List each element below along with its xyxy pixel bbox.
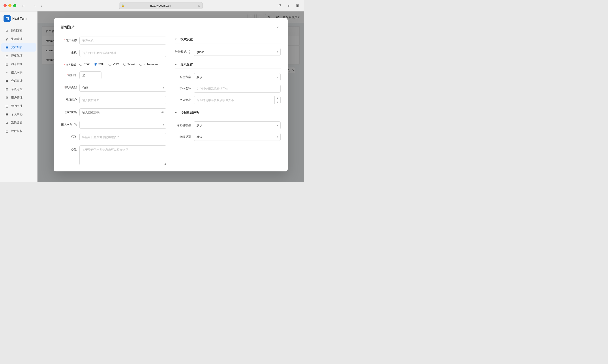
font-name-input[interactable] <box>194 85 281 92</box>
sidebar-item-label-auth-credentials: 授权凭证 <box>11 54 23 58</box>
font-size-stepper-arrows: ▲ ▼ <box>275 96 281 104</box>
auth-account-input[interactable] <box>79 96 166 104</box>
content-area: ☰ ＋ ↻ 🗑 超级管理员 ▾ 资产名称 主机 协议 标签 创建时间 <box>38 12 304 182</box>
color-scheme-wrapper: 默认 ▾ <box>194 73 281 81</box>
protocol-row: *接入协议 RDP SSH VNC <box>61 61 166 67</box>
sidebar-item-system-settings[interactable]: ⚙ 系统设置 <box>1 118 36 127</box>
terminal-type-wrapper: 默认 ▾ <box>194 133 281 141</box>
protocol-telnet[interactable]: Telnet <box>123 63 135 66</box>
sidebar-item-assets[interactable]: ▣ 资产列表 <box>1 43 36 52</box>
terminal-section-toggle[interactable]: ▾ <box>175 111 179 115</box>
notes-textarea[interactable] <box>79 145 166 165</box>
sidebar-item-label-personal-center: 个人中心 <box>11 112 23 116</box>
sidebar-item-resources[interactable]: ◎ 资源管理 <box>1 35 36 43</box>
sidebar-item-personal-center[interactable]: ▣ 个人中心 <box>1 110 36 118</box>
sidebar: ◫ Next Term ⊙ 控制面板 ◎ 资源管理 ▣ 资产列表 ▤ 授权凭证 … <box>0 12 38 182</box>
required-star: * <box>64 39 65 42</box>
display-section-label: 显示设置 <box>180 63 193 67</box>
protocol-ssh[interactable]: SSH <box>94 63 104 66</box>
sidebar-item-my-files[interactable]: ▢ 我的文件 <box>1 102 36 110</box>
port-input[interactable] <box>79 71 101 79</box>
protocol-vnc[interactable]: VNC <box>109 63 119 66</box>
back-button[interactable]: ‹ <box>32 3 38 9</box>
password-eye-icon[interactable]: 👁 <box>161 111 164 114</box>
sidebar-item-system-ops[interactable]: ▤ 系统运维 <box>1 85 36 93</box>
dynamic-commands-icon: ▤ <box>5 62 9 66</box>
connection-mode-wrapper: guacd local ▾ <box>194 48 281 56</box>
mac-titlebar: ⊟ ‹ › 🔒 next.typesafe.cn ↻ ⎙ ＋ ⊞ <box>0 0 304 12</box>
account-type-select[interactable]: 密码 密钥 无 <box>79 84 166 92</box>
terminal-section-header: ▾ 控制终端行为 <box>175 110 281 117</box>
sidebar-item-session-audit[interactable]: ▣ 会话审计 <box>1 77 36 85</box>
refresh-button[interactable]: ↻ <box>198 4 200 8</box>
sidebar-item-label-resources: 资源管理 <box>11 37 23 41</box>
color-scheme-row: 配色方案 默认 ▾ <box>175 73 281 81</box>
sidebar-item-software-license[interactable]: ▢ 软件授权 <box>1 127 36 135</box>
gateway-icon: ⌁ <box>5 71 9 74</box>
protocol-kubernetes[interactable]: Kubernetes <box>139 63 158 66</box>
system-ops-icon: ▤ <box>5 88 9 91</box>
sidebar-toggle-button[interactable]: ⊟ <box>20 3 27 9</box>
backspace-label: 退格键映射 <box>175 123 191 127</box>
font-size-up-button[interactable]: ▲ <box>275 96 281 100</box>
auth-credentials-icon: ▤ <box>5 54 9 57</box>
main-layout: ◫ Next Term ⊙ 控制面板 ◎ 资源管理 ▣ 资产列表 ▤ 授权凭证 … <box>0 12 304 182</box>
notes-row: 备注 <box>61 145 166 165</box>
protocol-label: *接入协议 <box>61 61 77 67</box>
new-tab-button[interactable]: ＋ <box>286 3 292 9</box>
terminal-section-label: 控制终端行为 <box>180 111 199 115</box>
sidebar-item-user-management[interactable]: ⚇ 用户管理 <box>1 93 36 102</box>
asset-name-input[interactable] <box>79 37 166 44</box>
font-size-input[interactable] <box>194 96 281 104</box>
font-size-down-button[interactable]: ▼ <box>275 100 281 104</box>
display-section-toggle[interactable]: ▾ <box>175 63 179 66</box>
sidebar-item-auth-credentials[interactable]: ▤ 授权凭证 <box>1 52 36 60</box>
sidebar-item-label-system-settings: 系统设置 <box>11 121 23 125</box>
nav-buttons: ‹ › <box>32 3 45 9</box>
sidebar-item-label-user-management: 用户管理 <box>11 96 23 100</box>
color-scheme-label: 配色方案 <box>175 75 191 79</box>
mode-section-toggle[interactable]: ▾ <box>175 38 179 41</box>
system-settings-icon: ⚙ <box>5 121 9 125</box>
sidebar-item-label-my-files: 我的文件 <box>11 104 23 108</box>
auth-password-input[interactable] <box>79 108 166 116</box>
maximize-window-button[interactable] <box>13 4 16 7</box>
account-type-row: *账户类型 密码 密钥 无 ▾ <box>61 84 166 92</box>
close-window-button[interactable] <box>3 4 7 7</box>
logo-icon: ◫ <box>3 15 11 22</box>
session-audit-icon: ▣ <box>5 79 9 83</box>
sidebar-logo: ◫ Next Term <box>0 15 37 26</box>
sidebar-item-dashboard[interactable]: ⊙ 控制面板 <box>1 26 36 35</box>
modal-header: 新增资产 × <box>61 24 281 30</box>
auth-account-label: 授权账户 <box>61 96 77 102</box>
forward-button[interactable]: › <box>39 3 45 9</box>
color-scheme-select[interactable]: 默认 <box>194 73 281 81</box>
software-license-icon: ▢ <box>5 129 9 133</box>
tags-input[interactable] <box>79 133 166 141</box>
grid-button[interactable]: ⊞ <box>294 3 301 9</box>
sidebar-item-label-assets: 资产列表 <box>11 45 23 49</box>
sidebar-item-dynamic-commands[interactable]: ▤ 动态指令 <box>1 60 36 68</box>
backspace-select[interactable]: 默认 <box>194 121 281 129</box>
terminal-type-select[interactable]: 默认 <box>194 133 281 141</box>
account-type-wrapper: 密码 密钥 无 ▾ <box>79 84 166 92</box>
sidebar-item-label-software-license: 软件授权 <box>11 129 23 133</box>
font-size-row: 字体大小 ▲ ▼ <box>175 96 281 104</box>
share-button[interactable]: ⎙ <box>277 3 283 9</box>
asset-name-row: *资产名称 <box>61 37 166 44</box>
connection-mode-label: 连接模式 ? <box>175 50 191 54</box>
backspace-wrapper: 默认 ▾ <box>194 121 281 129</box>
host-input[interactable] <box>79 49 166 57</box>
modal-close-button[interactable]: × <box>275 24 281 30</box>
connection-mode-select[interactable]: guacd local <box>194 48 281 56</box>
minimize-window-button[interactable] <box>8 4 12 7</box>
protocol-radio-group: RDP SSH VNC Telnet <box>79 61 158 66</box>
notes-label: 备注 <box>61 145 77 152</box>
gateway-select[interactable] <box>79 121 166 129</box>
protocol-rdp[interactable]: RDP <box>79 63 90 66</box>
sidebar-item-gateway[interactable]: ⌁ 接入网关 <box>1 68 36 77</box>
sidebar-item-label-session-audit: 会话审计 <box>11 79 23 83</box>
auth-account-row: 授权账户 <box>61 96 166 104</box>
address-bar[interactable]: 🔒 next.typesafe.cn ↻ <box>119 2 203 9</box>
toolbar-right: ⎙ ＋ ⊞ <box>277 3 301 9</box>
